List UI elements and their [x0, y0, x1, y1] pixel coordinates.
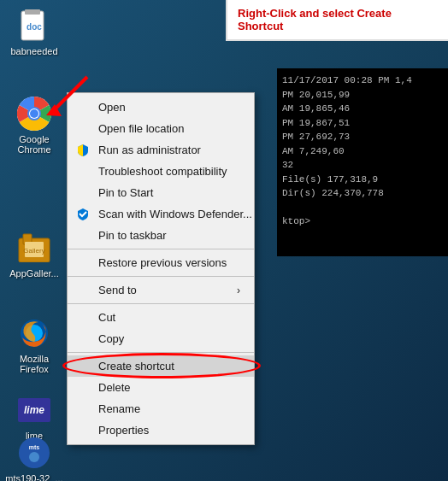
menu-item-run-as-admin[interactable]: Run as administrator [68, 139, 254, 161]
menu-item-open-file-location[interactable]: Open file location [68, 118, 254, 139]
appgallery-icon: Gallery [17, 231, 51, 265]
google-chrome-icon [17, 97, 51, 131]
menu-item-pin-to-taskbar-label: Pin to taskbar [98, 229, 167, 242]
menu-item-delete[interactable]: Delete [68, 377, 254, 398]
svg-rect-1 [25, 9, 40, 15]
menu-item-troubleshoot-label: Troubleshoot compatibility [98, 165, 227, 178]
mozilla-firefox-label: Mozilla Firefox [4, 354, 64, 374]
shield-uac-icon [74, 142, 91, 159]
svg-text:doc: doc [27, 22, 42, 32]
svg-text:Gallery: Gallery [23, 247, 44, 255]
mts-icon: mts [17, 436, 51, 470]
menu-item-scan-defender[interactable]: Scan with Windows Defender... [68, 203, 254, 225]
svg-point-15 [29, 452, 39, 462]
google-chrome-label: Google Chrome [4, 134, 64, 155]
menu-item-properties[interactable]: Properties [68, 419, 254, 441]
menu-item-pin-to-start-label: Pin to Start [98, 186, 153, 199]
menu-item-send-to-label: Send to [98, 284, 137, 296]
windows-defender-icon [74, 206, 91, 223]
mts-label: mts190-32_... [5, 473, 62, 481]
svg-text:mts: mts [29, 444, 40, 450]
menu-item-troubleshoot[interactable]: Troubleshoot compatibility [68, 161, 254, 182]
separator-2 [68, 276, 254, 277]
menu-item-run-as-admin-label: Run as administrator [98, 144, 201, 156]
babneeded-icon: doc [17, 9, 51, 43]
desktop-icon-google-chrome[interactable]: Google Chrome [4, 97, 64, 155]
separator-3 [68, 303, 254, 304]
menu-item-create-shortcut-label: Create shortcut [98, 360, 174, 372]
desktop-icon-mts[interactable]: mts mts190-32_... [4, 436, 64, 481]
menu-item-pin-to-start[interactable]: Pin to Start [68, 182, 254, 203]
menu-item-restore-prev-label: Restore previous versions [98, 256, 227, 269]
cmd-window: 11/17/2017 00:28 PM 1,4 PM 20,015,99 AM … [277, 68, 448, 256]
menu-item-open-label: Open [98, 101, 126, 114]
babneeded-label: babneeded [10, 46, 57, 56]
menu-item-cut[interactable]: Cut [68, 307, 254, 328]
menu-item-delete-label: Delete [98, 381, 131, 394]
menu-item-rename[interactable]: Rename [68, 398, 254, 419]
menu-item-open[interactable]: Open [68, 97, 254, 118]
menu-item-create-shortcut[interactable]: Create shortcut [68, 355, 254, 377]
svg-point-6 [30, 109, 38, 118]
menu-item-open-file-location-label: Open file location [98, 122, 184, 135]
menu-item-rename-label: Rename [98, 402, 140, 415]
menu-item-cut-label: Cut [98, 311, 115, 324]
desktop: Right-Click and select Create Shortcut 1… [0, 0, 448, 481]
separator-4 [68, 352, 254, 353]
desktop-icon-ume[interactable]: lime lime [4, 393, 64, 441]
menu-item-copy-label: Copy [98, 332, 124, 345]
send-to-arrow-icon: › [237, 284, 240, 296]
appgallery-label: AppGaller... [9, 268, 58, 279]
menu-item-properties-label: Properties [98, 424, 149, 437]
separator-1 [68, 249, 254, 249]
desktop-icon-babneeded[interactable]: doc babneeded [4, 9, 64, 56]
menu-item-copy[interactable]: Copy [68, 328, 254, 349]
context-menu: Open Open file location Run as administr… [67, 92, 255, 445]
desktop-icon-mozilla-firefox[interactable]: Mozilla Firefox [4, 316, 64, 374]
ume-icon: lime [17, 393, 51, 427]
desktop-icon-appgallery[interactable]: Gallery AppGaller... [4, 231, 64, 279]
menu-item-restore-prev[interactable]: Restore previous versions [68, 252, 254, 273]
instruction-box: Right-Click and select Create Shortcut [226, 0, 448, 41]
instruction-text: Right-Click and select Create Shortcut [238, 7, 392, 32]
menu-item-send-to[interactable]: Send to › [68, 279, 254, 301]
menu-item-scan-defender-label: Scan with Windows Defender... [98, 208, 252, 220]
mozilla-firefox-icon [17, 316, 51, 350]
menu-item-pin-to-taskbar[interactable]: Pin to taskbar [68, 225, 254, 246]
